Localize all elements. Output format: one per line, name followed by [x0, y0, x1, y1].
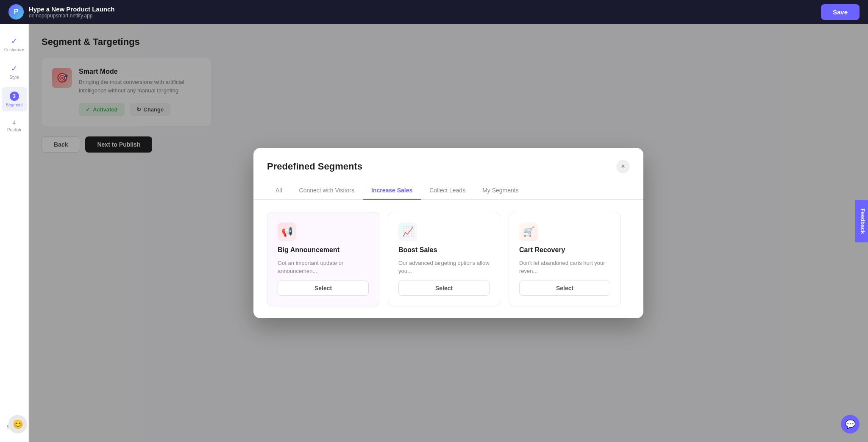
- feedback-tab[interactable]: Feedback: [856, 200, 868, 242]
- tab-all[interactable]: All: [267, 182, 291, 200]
- boost-sales-select-button[interactable]: Select: [398, 281, 490, 296]
- chat-icon: 💬: [845, 419, 856, 429]
- chat-bubble-button[interactable]: 💬: [841, 415, 860, 434]
- modal-close-button[interactable]: ×: [616, 160, 630, 173]
- topbar-title: Hype a New Product Launch: [29, 6, 115, 13]
- logo-text: P: [14, 8, 19, 16]
- boost-sales-icon: 📈: [398, 222, 417, 241]
- tab-connect-with-visitors[interactable]: Connect with Visitors: [291, 182, 363, 200]
- big-announcement-icon: 📢: [278, 222, 296, 241]
- feedback-label: Feedback: [860, 208, 866, 234]
- modal-cards-area: 📢 Big Announcement Got an important upda…: [253, 200, 643, 318]
- predefined-segments-modal: Predefined Segments × All Connect with V…: [253, 148, 643, 318]
- cart-recovery-description: Don't let abandoned carts hurt your reve…: [519, 259, 610, 275]
- save-button[interactable]: Save: [821, 4, 860, 20]
- boost-sales-description: Our advanced targeting options allow you…: [398, 259, 490, 275]
- sidebar-item-label-customize: Customize: [4, 47, 24, 52]
- sidebar-item-label-style: Style: [9, 75, 19, 80]
- sidebar-item-style[interactable]: ✓ Style: [2, 60, 27, 84]
- modal-title: Predefined Segments: [267, 161, 362, 172]
- publish-number: 4: [13, 119, 16, 126]
- topbar-left: P Hype a New Product Launch demopopupsma…: [8, 4, 115, 19]
- tab-increase-sales[interactable]: Increase Sales: [363, 182, 421, 200]
- cart-recovery-title: Cart Recovery: [519, 246, 610, 254]
- modal-tabs: All Connect with Visitors Increase Sales…: [253, 182, 643, 200]
- sidebar-item-publish[interactable]: 4 Publish: [2, 115, 27, 136]
- modal-header: Predefined Segments ×: [253, 148, 643, 173]
- topbar-site-info: Hype a New Product Launch demopopupsmart…: [29, 6, 115, 19]
- sidebar-item-label-publish: Publish: [7, 128, 21, 132]
- big-announcement-description: Got an important update or announcemen..…: [278, 259, 369, 275]
- customize-check-icon: ✓: [11, 36, 17, 46]
- sidebar-item-label-segment: Segment: [6, 103, 22, 107]
- topbar-url: demopopupsmart.netlify.app: [29, 13, 115, 19]
- cart-recovery-icon: 🛒: [519, 222, 538, 241]
- emoji-button[interactable]: 😊: [8, 415, 27, 434]
- big-announcement-select-button[interactable]: Select: [278, 281, 369, 296]
- tab-collect-leads[interactable]: Collect Leads: [421, 182, 474, 200]
- topbar-right: Save: [821, 4, 860, 20]
- sidebar-item-segment[interactable]: 3 Segment: [2, 87, 27, 111]
- segment-card-big-announcement: 📢 Big Announcement Got an important upda…: [267, 212, 379, 306]
- segment-badge: 3: [10, 92, 19, 101]
- sidebar-item-customize[interactable]: ✓ Customize: [2, 32, 27, 56]
- tab-my-segments[interactable]: My Segments: [474, 182, 527, 200]
- cart-recovery-select-button[interactable]: Select: [519, 281, 610, 296]
- style-check-icon: ✓: [11, 64, 17, 73]
- boost-sales-title: Boost Sales: [398, 246, 490, 254]
- sidebar: ✓ Customize ✓ Style 3 Segment 4 Publish …: [0, 24, 29, 442]
- segment-card-boost-sales: 📈 Boost Sales Our advanced targeting opt…: [388, 212, 500, 306]
- modal-overlay[interactable]: Predefined Segments × All Connect with V…: [29, 24, 868, 442]
- emoji-icon: 😊: [13, 419, 23, 429]
- segment-card-cart-recovery: 🛒 Cart Recovery Don't let abandoned cart…: [509, 212, 621, 306]
- big-announcement-title: Big Announcement: [278, 246, 369, 254]
- topbar: P Hype a New Product Launch demopopupsma…: [0, 0, 868, 24]
- app-logo: P: [8, 4, 24, 19]
